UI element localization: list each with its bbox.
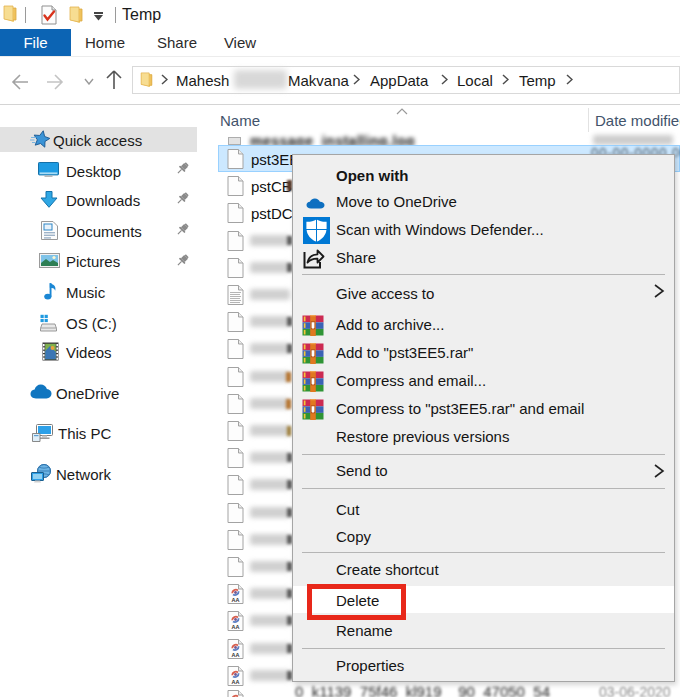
svg-text:AA: AA [232,679,240,685]
svg-text:AA: AA [232,652,240,658]
svg-text:AA: AA [232,597,240,603]
svg-text:AA: AA [232,624,240,630]
